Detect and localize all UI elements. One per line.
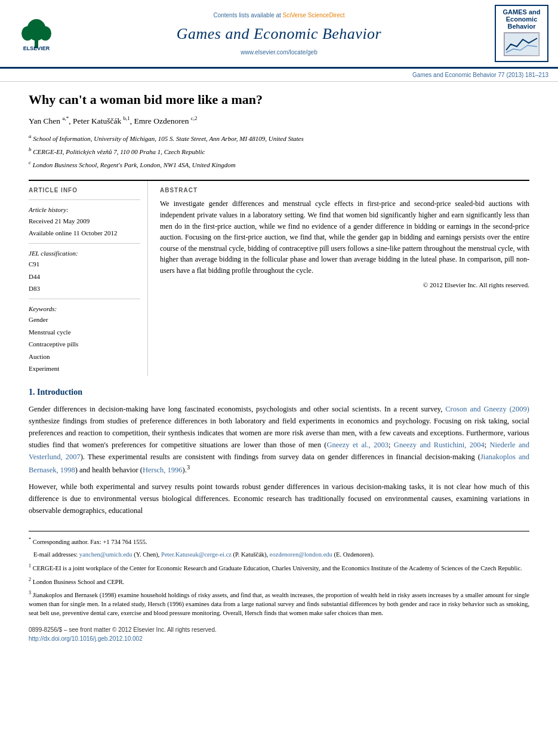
jel-label: JEL classification: (29, 248, 140, 259)
jel-c91: C91 (29, 259, 140, 269)
abstract-text: We investigate gender differences and me… (160, 198, 529, 276)
journal-center: Contents lists available at SciVerse Sci… (73, 11, 485, 57)
available-date: Available online 11 October 2012 (29, 228, 140, 238)
games-logo-image (504, 32, 539, 56)
footnote-1: 1 CERGE-EI is a joint workplace of the C… (29, 563, 529, 573)
elsevier-logo: ELSEVIER (10, 11, 63, 56)
svg-text:ELSEVIER: ELSEVIER (23, 45, 50, 51)
article-title: Why can't a woman bid more like a man? (29, 91, 529, 109)
section-introduction: 1. Introduction Gender differences in de… (29, 386, 529, 517)
article-info-title: ARTICLE INFO (29, 186, 140, 195)
authors-line: Yan Chen a,*, Peter Katuščák b,1, Emre O… (29, 115, 529, 127)
ref-gneezy-2003[interactable]: Gneezy et al., 2003 (326, 441, 389, 449)
games-logo-box: GAMES and Economic Behavior (495, 5, 548, 62)
bottom-copyright: 0899-8256/$ – see front matter © 2012 El… (29, 625, 529, 643)
jel-d83: D83 (29, 284, 140, 294)
affil-b: b CERGE-EI, Politických vězňů 7, 110 00 … (29, 145, 529, 157)
keyword-auction: Auction (29, 352, 140, 362)
ref-croson-gneezy[interactable]: Croson and Gneezy (2009) (445, 405, 529, 413)
email-peter[interactable]: Peter.Katuseak@cerge-ei.cz (161, 551, 232, 558)
citation-bar: Games and Economic Behavior 77 (2013) 18… (0, 69, 558, 82)
keyword-gender: Gender (29, 315, 140, 325)
footnote-email: E-mail addresses: yanchen@umich.edu (Y. … (29, 550, 529, 559)
section1-header: 1. Introduction (29, 386, 529, 398)
received-date: Received 21 May 2009 (29, 216, 140, 226)
keyword-experiment: Experiment (29, 364, 140, 374)
article-info-column: ARTICLE INFO Article history: Received 2… (29, 181, 148, 376)
intro-paragraph-2: However, while both experimental and sur… (29, 481, 529, 517)
intro-paragraph-1: Gender differences in decision-making ha… (29, 403, 529, 476)
doi-link[interactable]: http://dx.doi.org/10.1016/j.geb.2012.10.… (29, 635, 143, 642)
ref-jianakoplos[interactable]: Jianakoplos and Bernasek, 1998 (29, 453, 529, 474)
affil-a: a School of Information, University of M… (29, 132, 529, 144)
footnote-star: * Corresponding author. Fax: +1 734 764 … (29, 536, 529, 546)
email-emre[interactable]: eozdenoren@london.edu (270, 551, 332, 558)
info-abstract-columns: ARTICLE INFO Article history: Received 2… (29, 180, 529, 376)
svg-point-3 (21, 26, 33, 41)
footnote-2: 2 London Business School and CEPR. (29, 576, 529, 586)
abstract-title: ABSTRACT (160, 186, 529, 195)
journal-title: Games and Economic Behavior (73, 22, 485, 45)
svg-point-4 (39, 26, 51, 41)
journal-header: ELSEVIER Contents lists available at Sci… (0, 0, 558, 69)
history-label: Article history: (29, 205, 140, 215)
affil-c: c London Business School, Regent's Park,… (29, 158, 529, 170)
footnote-3: 3 Jianakoplos and Bernasek (1998) examin… (29, 589, 529, 617)
keyword-menstrual: Menstrual cycle (29, 327, 140, 337)
main-content: Why can't a woman bid more like a man? Y… (0, 82, 558, 652)
keywords-label: Keywords: (29, 304, 140, 314)
jel-d44: D44 (29, 272, 140, 282)
ref-hersch[interactable]: Hersch, 1996 (143, 466, 183, 474)
email-ychen[interactable]: yanchen@umich.edu (79, 551, 132, 558)
doi-line: http://dx.doi.org/10.1016/j.geb.2012.10.… (29, 634, 529, 643)
sciverse-line: Contents lists available at SciVerse Sci… (73, 11, 485, 20)
affiliations: a School of Information, University of M… (29, 132, 529, 171)
journal-url: www.elsevier.com/locate/geb (73, 48, 485, 57)
abstract-copyright: © 2012 Elsevier Inc. All rights reserved… (160, 280, 529, 290)
svg-rect-6 (505, 33, 538, 55)
issn-line: 0899-8256/$ – see front matter © 2012 El… (29, 625, 529, 634)
keyword-pills: Contraceptive pills (29, 339, 140, 349)
ref-gneezy-rustichini[interactable]: Gneezy and Rustichini, 2004 (394, 441, 485, 449)
abstract-column: ABSTRACT We investigate gender differenc… (160, 181, 529, 376)
footnotes-area: * Corresponding author. Fax: +1 734 764 … (29, 531, 529, 618)
